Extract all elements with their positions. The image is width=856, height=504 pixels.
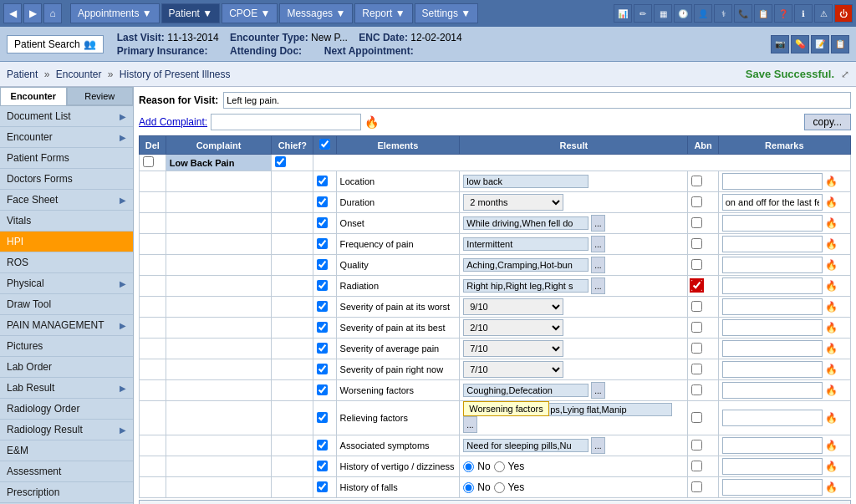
result-select-8[interactable]: 7/106/108/10 (463, 340, 563, 357)
elem-check-5[interactable] (317, 280, 328, 291)
abn-check-11[interactable] (691, 412, 702, 423)
remarks-input-9[interactable] (722, 361, 823, 378)
abn-check-12[interactable] (691, 440, 702, 451)
elem-check-7[interactable] (317, 322, 328, 333)
copy-button[interactable]: copy... (804, 114, 851, 130)
sidebar-item-draw-tool[interactable]: Draw Tool (0, 294, 133, 315)
abn-check-3[interactable] (691, 238, 702, 249)
sidebar-item-radiology-order[interactable]: Radiology Order (0, 399, 133, 420)
icon-power[interactable]: ⏻ (834, 4, 853, 23)
icon-warning[interactable]: ⚠ (814, 4, 833, 23)
ellipsis-btn-4[interactable]: ... (591, 257, 604, 273)
remarks-fire-13[interactable]: 🔥 (825, 461, 838, 472)
remarks-fire-1[interactable]: 🔥 (825, 196, 838, 208)
remarks-fire-12[interactable]: 🔥 (825, 440, 838, 451)
remarks-fire-3[interactable]: 🔥 (825, 238, 838, 250)
reason-input[interactable] (223, 92, 851, 109)
remarks-fire-11[interactable]: 🔥 (825, 412, 838, 424)
remarks-fire-5[interactable]: 🔥 (825, 280, 838, 292)
pb-icon4[interactable]: 📋 (831, 35, 849, 53)
abn-check-10[interactable] (691, 384, 702, 395)
sidebar-item-physical[interactable]: Physical ▶ (0, 273, 133, 294)
icon-help[interactable]: ❓ (774, 4, 792, 23)
radio-yes-13[interactable] (494, 461, 505, 472)
abn-check-13[interactable] (691, 461, 702, 471)
sidebar-item-patient-forms[interactable]: Patient Forms (0, 148, 133, 169)
report-menu[interactable]: Report ▼ (354, 3, 412, 23)
radio-yes-14[interactable] (494, 482, 505, 493)
sidebar-item-document-list[interactable]: Document List ▶ (0, 106, 133, 127)
add-complaint-link[interactable]: Add Complaint: (139, 116, 207, 128)
remarks-fire-6[interactable]: 🔥 (825, 301, 838, 313)
sidebar-item-pictures[interactable]: Pictures (0, 336, 133, 357)
remarks-input-0[interactable] (722, 173, 823, 190)
remarks-input-8[interactable] (722, 340, 823, 357)
elem-check-13[interactable] (317, 461, 328, 471)
appointments-menu[interactable]: Appointments ▼ (70, 3, 160, 23)
remarks-fire-7[interactable]: 🔥 (825, 322, 838, 333)
abn-check-2[interactable] (691, 217, 702, 228)
sidebar-item-assessment[interactable]: Assessment (0, 461, 133, 482)
elem-check-0[interactable] (317, 176, 328, 186)
icon-grid[interactable]: ▦ (654, 4, 672, 23)
elem-check-14[interactable] (317, 481, 328, 492)
sidebar-item-hpi[interactable]: HPI (0, 232, 133, 252)
radio-no-14[interactable] (463, 482, 474, 493)
sidebar-item-prescription[interactable]: Prescription (0, 482, 133, 503)
icon-info[interactable]: ℹ (794, 4, 813, 23)
remarks-fire-2[interactable]: 🔥 (825, 217, 838, 229)
elem-check-9[interactable] (317, 364, 328, 374)
pb-icon3[interactable]: 📝 (811, 35, 829, 53)
home-button[interactable]: ⌂ (43, 3, 62, 23)
ellipsis-btn-10[interactable]: ... (591, 382, 604, 399)
result-select-9[interactable]: 7/106/108/10 (463, 361, 563, 378)
sidebar-item-vitals[interactable]: Vitals (0, 211, 133, 232)
icon-clock[interactable]: 🕐 (674, 4, 692, 23)
remarks-input-12[interactable] (722, 437, 823, 454)
elem-check-1[interactable] (317, 196, 328, 207)
sidebar-item-face-sheet[interactable]: Face Sheet ▶ (0, 190, 133, 211)
abn-check-0[interactable] (691, 176, 702, 186)
elem-check-4[interactable] (317, 259, 328, 270)
elem-check-11[interactable] (317, 412, 328, 423)
remarks-fire-0[interactable]: 🔥 (825, 176, 838, 187)
ellipsis-btn-2[interactable]: ... (591, 215, 604, 232)
forward-button[interactable]: ▶ (23, 3, 42, 23)
elem-check-6[interactable] (317, 301, 328, 312)
result-select-1[interactable]: 2 months 1 month 3 months (463, 194, 563, 211)
icon-stethoscope[interactable]: ⚕ (714, 4, 732, 23)
icon-edit[interactable]: ✏ (634, 4, 652, 23)
cpoe-menu[interactable]: CPOE ▼ (222, 3, 278, 23)
remarks-fire-14[interactable]: 🔥 (825, 481, 838, 493)
pb-icon2[interactable]: 💊 (791, 35, 809, 53)
patient-search-button[interactable]: Patient Search 👥 (7, 35, 104, 53)
remarks-fire-9[interactable]: 🔥 (825, 364, 838, 375)
ellipsis-btn-5[interactable]: ... (591, 277, 604, 294)
sidebar-item-ros[interactable]: ROS (0, 252, 133, 273)
remarks-input-14[interactable] (722, 479, 823, 496)
ellipsis-btn-11[interactable]: ... (463, 416, 476, 433)
remarks-fire-4[interactable]: 🔥 (825, 259, 838, 271)
remarks-fire-10[interactable]: 🔥 (825, 384, 838, 396)
abn-check-14[interactable] (691, 481, 702, 492)
add-complaint-input[interactable] (211, 114, 361, 130)
icon-phone[interactable]: 📞 (734, 4, 752, 23)
messages-menu[interactable]: Messages ▼ (279, 3, 353, 23)
breadcrumb-patient[interactable]: Patient (7, 69, 38, 80)
abn-check-9[interactable] (691, 364, 702, 374)
abn-check-7[interactable] (691, 322, 702, 333)
sidebar-item-lab-order[interactable]: Lab Order (0, 357, 133, 378)
remarks-input-6[interactable] (722, 298, 823, 315)
abn-check-6[interactable] (691, 301, 702, 312)
remarks-input-13[interactable] (722, 458, 823, 475)
remarks-input-4[interactable] (722, 257, 823, 273)
elem-check-3[interactable] (317, 238, 328, 249)
back-button[interactable]: ◀ (3, 3, 22, 23)
remarks-input-2[interactable] (722, 215, 823, 232)
complaint-del-checkbox[interactable] (143, 156, 154, 167)
complaint-chief-checkbox[interactable] (275, 156, 286, 167)
remarks-input-7[interactable] (722, 319, 823, 336)
result-select-7[interactable]: 2/101/103/10 (463, 319, 563, 336)
elem-check-10[interactable] (317, 384, 328, 395)
tab-review[interactable]: Review (67, 87, 134, 105)
